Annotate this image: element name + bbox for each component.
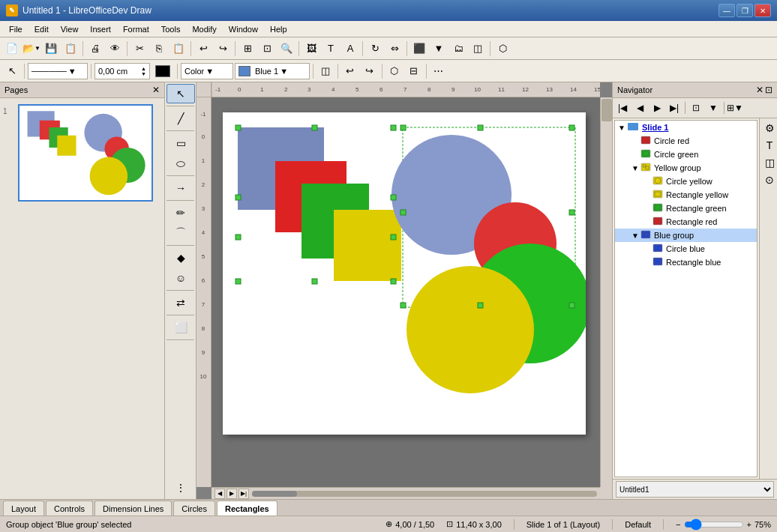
menu-file[interactable]: File [3, 21, 28, 37]
pages-panel-close[interactable]: ✕ [152, 85, 160, 95]
nav-first-btn[interactable]: |◀ [614, 100, 631, 116]
menu-window[interactable]: Window [223, 21, 264, 37]
fill-color-dropdown[interactable]: Blue 1▼ [235, 63, 310, 79]
tree-rect-red[interactable]: Rectangle red [615, 215, 757, 229]
nav-display-dropdown[interactable]: ⊞▼ [727, 100, 743, 116]
connectors-tool[interactable]: ⌒ [166, 223, 195, 243]
open-dropdown[interactable]: 📂▼ [22, 40, 40, 58]
3d-shapes[interactable]: ⬜ [166, 318, 195, 337]
pencil-tool[interactable]: ✏ [166, 203, 195, 223]
yg-toggle[interactable]: ▼ [630, 163, 640, 173]
tab-rectangles[interactable]: Rectangles [217, 501, 278, 516]
last-slide-button[interactable]: ▶| [238, 489, 249, 499]
align-dropdown[interactable]: ▼ [430, 40, 448, 58]
maximize-button[interactable]: ❐ [736, 4, 753, 17]
tab-controls[interactable]: Controls [46, 501, 93, 516]
menu-tools[interactable]: Tools [155, 21, 187, 37]
save-button[interactable]: 💾 [42, 40, 60, 58]
navigator-tree[interactable]: ▼ Slide 1 Circle red [614, 120, 758, 477]
zoom-in-icon[interactable]: + [747, 520, 752, 529]
tree-circle-blue[interactable]: Circle blue [615, 242, 757, 256]
copy-button[interactable]: ⎘ [150, 40, 168, 58]
nav-tool-4[interactable]: ⊙ [761, 172, 777, 188]
print-button[interactable]: 🖨 [86, 40, 104, 58]
zoom-button[interactable]: 🔍 [278, 40, 296, 58]
zoom-slider[interactable] [684, 519, 744, 531]
slide-nav-buttons[interactable]: ◀ ▶ ▶| [214, 489, 249, 499]
line-width-input[interactable] [98, 67, 140, 76]
more-options[interactable]: ⋯ [430, 62, 448, 80]
mode-select[interactable]: ↖ [3, 62, 21, 80]
select-tool[interactable]: ↖ [166, 84, 195, 103]
navigator-header-controls[interactable]: ✕ ⊡ [756, 85, 772, 95]
diamond-tool[interactable]: ◆ [166, 248, 195, 267]
arrange-button[interactable]: 🗂 [449, 40, 467, 58]
tree-yellow-group[interactable]: ▼ Yellow group [615, 161, 757, 175]
tree-circle-green[interactable]: Circle green [615, 148, 757, 161]
position-size-button[interactable]: ⊟ [405, 62, 423, 80]
snap-button[interactable]: ⊡ [258, 40, 276, 58]
scrollbar-vertical[interactable] [600, 97, 612, 487]
shapes-button[interactable]: ⬡ [494, 40, 512, 58]
tab-layout[interactable]: Layout [3, 501, 44, 516]
bg-toggle[interactable]: ▼ [630, 230, 640, 241]
arrow-shapes[interactable]: ⇄ [166, 293, 195, 312]
zoom-out-icon[interactable]: − [676, 520, 680, 529]
menu-edit[interactable]: Edit [28, 21, 55, 37]
scrollbar-horizontal[interactable]: ◀ ▶ ▶| [212, 487, 600, 499]
cut-button[interactable]: ✂ [130, 40, 148, 58]
minimize-button[interactable]: — [718, 4, 735, 17]
scrollbar-v-thumb[interactable] [602, 99, 612, 121]
window-controls[interactable]: — ❐ ✕ [718, 4, 771, 17]
text-button[interactable]: T [322, 40, 340, 58]
menu-help[interactable]: Help [264, 21, 293, 37]
fill-type-dropdown[interactable]: Color▼ [181, 63, 233, 79]
slide1-toggle[interactable]: ▼ [616, 122, 627, 133]
line-width-spinner[interactable]: ▲ ▼ [141, 66, 146, 76]
nav-drag-mode[interactable]: ⊡ [688, 100, 704, 116]
nav-next-btn[interactable]: ▶ [649, 100, 665, 116]
line-style-dropdown[interactable]: ──────▼ [28, 63, 88, 79]
redo-button[interactable]: ↪ [214, 40, 232, 58]
transform-button[interactable]: ⬡ [386, 62, 404, 80]
prev-slide-button[interactable]: ◀ [214, 489, 225, 499]
menu-modify[interactable]: Modify [186, 21, 222, 37]
pdf-button[interactable]: 📋 [62, 40, 80, 58]
shadow-button[interactable]: ◫ [469, 40, 487, 58]
paste-button[interactable]: 📋 [170, 40, 188, 58]
preview-button[interactable]: 👁 [106, 40, 124, 58]
expand-tool[interactable]: ⋮ [166, 478, 195, 498]
tree-circle-red[interactable]: Circle red [615, 134, 757, 148]
nav-tool-2[interactable]: T [761, 137, 777, 154]
tab-dimension-lines[interactable]: Dimension Lines [94, 501, 172, 516]
align-button[interactable]: ⬛ [410, 40, 428, 58]
tree-blue-group[interactable]: ▼ Blue group [615, 229, 757, 242]
undo2-button[interactable]: ↩ [341, 62, 359, 80]
grid-button[interactable]: ⊞ [238, 40, 256, 58]
rect-tool[interactable]: ▭ [166, 133, 195, 153]
nav-prev-btn[interactable]: ◀ [632, 100, 648, 116]
shadow-toggle[interactable]: ◫ [316, 62, 334, 80]
tree-rect-green[interactable]: Rectangle green [615, 202, 757, 215]
navigator-close[interactable]: ✕ [756, 85, 764, 95]
nav-tool-1[interactable]: ⚙ [761, 120, 777, 136]
navigator-doc-select[interactable]: Untitled1 [616, 481, 774, 498]
tree-slide1[interactable]: ▼ Slide 1 [615, 121, 757, 134]
tree-circle-yellow[interactable]: Circle yellow [615, 175, 757, 188]
ellipse-tool[interactable]: ⬭ [166, 154, 195, 173]
nav-drag-dropdown[interactable]: ▼ [705, 100, 722, 116]
smiley-tool[interactable]: ☺ [166, 268, 195, 288]
image-button[interactable]: 🖼 [302, 40, 320, 58]
menu-format[interactable]: Format [117, 21, 155, 37]
canvas-scroll[interactable] [212, 97, 600, 487]
fontwork-button[interactable]: A [341, 40, 359, 58]
undo-button[interactable]: ↩ [194, 40, 212, 58]
new-button[interactable]: 📄 [3, 40, 21, 58]
arrow-tool[interactable]: → [166, 178, 195, 198]
redo2-button[interactable]: ↪ [361, 62, 379, 80]
scrollbar-h-thumb[interactable] [252, 491, 297, 497]
next-slide-button[interactable]: ▶ [226, 489, 237, 499]
line-color-btn[interactable] [152, 62, 174, 80]
tree-rect-blue[interactable]: Rectangle blue [615, 256, 757, 269]
line-width-field[interactable]: ▲ ▼ [94, 63, 150, 79]
